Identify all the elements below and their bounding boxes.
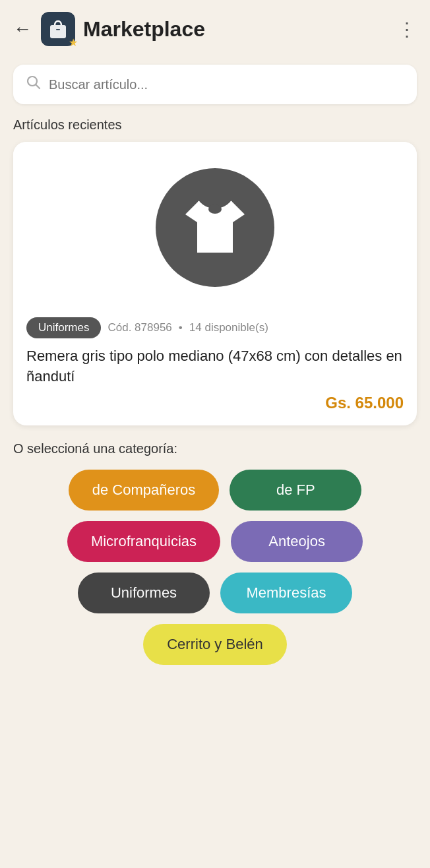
category-section: O seleccioná una categoría: de Compañero… [13, 441, 417, 691]
svg-point-4 [208, 204, 222, 214]
category-row-1: de Compañeros de FP [69, 470, 362, 511]
product-price: Gs. 65.000 [26, 394, 404, 412]
category-grid: de Compañeros de FP Microfranquicias Ant… [13, 470, 417, 691]
product-available: 14 disponible(s) [189, 321, 268, 334]
tshirt-icon [179, 195, 251, 261]
svg-line-3 [36, 85, 40, 89]
back-button[interactable]: ← [13, 20, 32, 38]
more-button[interactable]: ⋮ [398, 18, 417, 40]
category-badge: Uniformes [26, 317, 101, 338]
search-input[interactable] [49, 77, 404, 92]
category-row-3: Uniformes Membresías [78, 573, 352, 613]
category-section-label: O seleccioná una categoría: [13, 441, 417, 456]
category-button-fp[interactable]: de FP [230, 470, 361, 511]
product-info: Uniformes Cód. 878956 • 14 disponible(s)… [13, 307, 417, 425]
product-icon-circle [156, 168, 274, 287]
product-meta: Uniformes Cód. 878956 • 14 disponible(s) [26, 317, 404, 338]
category-button-membresias[interactable]: Membresías [220, 573, 352, 613]
category-button-uniformes[interactable]: Uniformes [78, 573, 210, 613]
svg-rect-1 [56, 29, 60, 30]
category-button-companions[interactable]: de Compañeros [69, 470, 220, 511]
search-box [13, 65, 417, 104]
product-code: Cód. 878956 [108, 321, 171, 334]
category-button-micro[interactable]: Microfranquicias [67, 521, 220, 562]
search-icon [26, 75, 41, 94]
product-image [13, 142, 417, 307]
category-row-4: Cerrito y Belén [143, 624, 287, 665]
svg-rect-0 [50, 25, 66, 38]
page-title: Marketplace [83, 17, 398, 42]
recent-section-label: Artículos recientes [13, 117, 417, 133]
category-button-anteojos[interactable]: Anteojos [231, 521, 363, 562]
product-card[interactable]: Uniformes Cód. 878956 • 14 disponible(s)… [13, 142, 417, 425]
header: ← Marketplace ⋮ [0, 0, 430, 58]
category-row-2: Microfranquicias Anteojos [67, 521, 363, 562]
app-icon [41, 12, 75, 46]
search-container [13, 65, 417, 104]
category-button-cerrito[interactable]: Cerrito y Belén [143, 624, 287, 665]
product-name: Remera gris tipo polo mediano (47x68 cm)… [26, 346, 404, 387]
product-separator: • [179, 321, 183, 334]
